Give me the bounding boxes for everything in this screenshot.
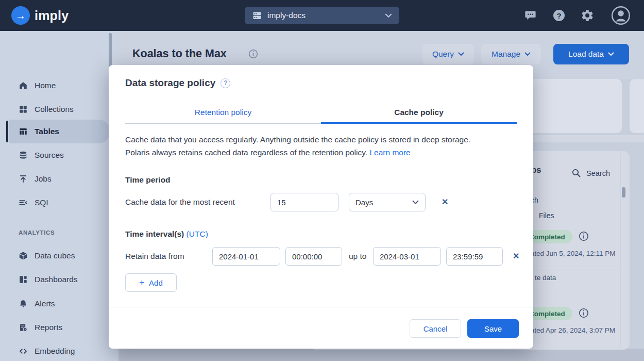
report-icon (19, 323, 28, 332)
sidebar-item-label: Sources (35, 151, 64, 160)
manage-button-label: Manage (492, 50, 520, 59)
tab-cache-policy[interactable]: Cache policy (321, 107, 517, 124)
job-source: Files (539, 211, 554, 220)
brand-name: imply (35, 8, 69, 23)
sidebar-item-sql[interactable]: SQL (0, 191, 118, 215)
time-intervals-heading-text: Time interval(s) (125, 229, 184, 238)
sidebar-item-tables[interactable]: Tables (9, 120, 110, 143)
sidebar-item-label: Jobs (35, 174, 52, 184)
tab-retention-policy[interactable]: Retention policy (125, 107, 321, 124)
chevron-down-icon (458, 52, 464, 56)
app-window: Koalas to the Max Query Manage Load data… (0, 0, 644, 361)
add-button-label: Add (149, 278, 163, 287)
sidebar-item-label: Dashboards (35, 275, 78, 284)
project-selector[interactable]: imply-docs (245, 7, 399, 24)
sidebar-item-dashboards[interactable]: Dashboards (0, 268, 118, 291)
modal-title: Data storage policy (125, 77, 215, 89)
description-line-2: Polaris always retains cached data regar… (125, 148, 367, 157)
sidebar-item-collections[interactable]: Collections (0, 97, 118, 121)
modal-description: Cache data that you access regularly. An… (125, 133, 517, 159)
job-info-icon[interactable] (579, 231, 589, 243)
bell-icon (19, 299, 28, 308)
sidebar-item-data-cubes[interactable]: Data cubes (0, 244, 118, 268)
help-icon[interactable]: ? (553, 10, 565, 21)
user-avatar[interactable] (611, 6, 631, 25)
modal-footer-divider (109, 307, 533, 307)
chat-icon[interactable] (524, 10, 536, 21)
description-line-1: Cache data that you access regularly. An… (125, 133, 517, 146)
sidebar-item-home[interactable]: Home (0, 74, 118, 97)
chevron-down-icon (385, 13, 392, 18)
query-button[interactable]: Query (422, 44, 474, 64)
time-intervals-heading: Time interval(s) (UTC) (125, 229, 208, 239)
job-info-icon[interactable] (579, 308, 589, 320)
from-time-input[interactable]: 00:00:00 (285, 247, 342, 266)
chevron-down-icon (524, 52, 531, 56)
jobs-search[interactable]: Search (572, 169, 610, 177)
sidebar-item-reports[interactable]: Reports (0, 316, 118, 339)
manage-button[interactable]: Manage (481, 44, 541, 64)
jobs-scrollbar-thumb[interactable] (622, 187, 625, 198)
load-data-button-label: Load data (568, 50, 604, 59)
brand-logo[interactable]: → imply (11, 6, 69, 25)
sidebar-item-sources[interactable]: Sources (0, 143, 118, 167)
sidebar-item-label: Data cubes (35, 251, 75, 260)
database-icon (19, 151, 28, 160)
question-glyph: ? (224, 79, 228, 87)
sidebar: Home Collections DATA Tables Sources Job… (0, 31, 118, 361)
utc-link[interactable]: (UTC) (187, 229, 208, 238)
sidebar-item-embedding[interactable]: Embedding (0, 339, 118, 361)
sidebar-item-label: SQL (35, 198, 50, 207)
jobs-search-label: Search (586, 169, 610, 177)
modal-help-icon[interactable]: ? (221, 78, 230, 88)
cancel-button[interactable]: Cancel (410, 319, 461, 338)
sidebar-item-jobs[interactable]: Jobs (0, 167, 118, 191)
stack-icon (252, 10, 262, 21)
job-timestamp: Created Jun 5, 2024, 12:11 PM (519, 250, 616, 257)
load-data-button[interactable]: Load data (553, 44, 629, 64)
plus-icon: + (139, 277, 144, 288)
page-title: Koalas to the Max (132, 47, 227, 60)
time-period-heading: Time period (125, 175, 171, 185)
sidebar-item-label: Home (35, 81, 56, 90)
save-button[interactable]: Save (467, 319, 519, 338)
background-card (630, 79, 644, 133)
sidebar-item-alerts[interactable]: Alerts (0, 292, 118, 316)
time-period-row: Cache data for the most recent 15 Days ✕ (125, 193, 517, 211)
topbar: → imply imply-docs ? (0, 0, 644, 31)
remove-time-period-button[interactable]: ✕ (442, 197, 448, 207)
table-info-icon[interactable] (248, 49, 258, 61)
sidebar-item-label: Embedding (35, 347, 75, 356)
gear-icon[interactable] (581, 9, 594, 22)
time-interval-row-label: Retain data from (125, 252, 184, 261)
sidebar-item-label: Reports (35, 323, 62, 332)
sidebar-item-label: Alerts (35, 299, 55, 308)
query-button-label: Query (432, 50, 454, 59)
time-interval-row: Retain data from 2024-01-01 00:00:00 up … (125, 247, 517, 266)
imply-logo-icon: → (11, 6, 30, 25)
add-interval-button[interactable]: + Add (125, 273, 177, 292)
modal-title-row: Data storage policy ? (125, 77, 230, 89)
jobs-scrollbar-track (620, 153, 621, 348)
sql-icon (19, 198, 28, 207)
chevron-down-icon (412, 200, 419, 205)
time-period-row-label: Cache data for the most recent (125, 198, 235, 207)
cache-period-value-input[interactable]: 15 (270, 193, 338, 211)
arrow-icon: → (15, 10, 26, 22)
home-icon (19, 81, 28, 90)
job-name-fragment: te data (535, 274, 556, 282)
to-date-input[interactable]: 2024-03-01 (373, 247, 441, 266)
to-time-input[interactable]: 23:59:59 (446, 247, 503, 266)
background-bottom-strip (118, 349, 644, 361)
tables-icon (19, 127, 28, 136)
cache-period-unit-select[interactable]: Days (349, 193, 426, 211)
up-to-label: up to (349, 252, 366, 261)
remove-time-interval-button[interactable]: ✕ (513, 251, 519, 261)
learn-more-link[interactable]: Learn more (369, 148, 410, 157)
code-icon (19, 347, 28, 356)
data-storage-policy-modal: Data storage policy ? Retention policy C… (109, 65, 533, 349)
question-glyph: ? (556, 11, 561, 20)
modal-tabs: Retention policy Cache policy (125, 107, 517, 124)
cube-icon (19, 251, 28, 260)
from-date-input[interactable]: 2024-01-01 (212, 247, 280, 266)
